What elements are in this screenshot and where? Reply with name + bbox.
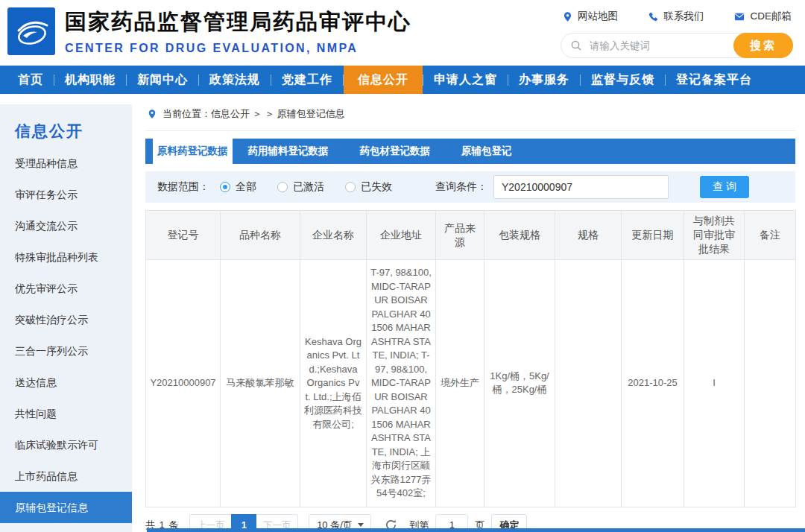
sidebar-item-breakthrough-therapy[interactable]: 突破性治疗公示 <box>0 304 132 335</box>
tab-packaging-registration-data[interactable]: 药包材登记数据 <box>344 139 446 164</box>
radio-circle-icon <box>220 182 230 192</box>
nav-item-supervision-feedback[interactable]: 监督与反馈 <box>581 66 665 94</box>
sidebar-item-communication[interactable]: 沟通交流公示 <box>0 210 132 241</box>
radio-circle-icon <box>345 182 356 192</box>
main-area: 信息公开 受理品种信息 审评任务公示 沟通交流公示 特殊审批品种列表 优先审评公… <box>0 94 805 532</box>
query-button[interactable]: 查 询 <box>700 176 749 198</box>
nav-item-policies[interactable]: 政策法规 <box>199 66 271 94</box>
scope-radio-group: 全部 已激活 已失效 <box>220 180 392 194</box>
sidebar-item-priority-review[interactable]: 优先审评公示 <box>0 273 132 304</box>
cell-product-name: 马来酸氯苯那敏 <box>221 260 300 507</box>
link-contact-us[interactable]: 联系我们 <box>648 10 704 23</box>
nav-item-home[interactable]: 首页 <box>7 66 54 94</box>
cell-package-spec: 1Kg/桶，5Kg/桶，25Kg/桶 <box>484 260 555 507</box>
tab-bar: 原料药登记数据 药用辅料登记数据 药包材登记数据 原辅包登记 <box>145 139 795 164</box>
radio-circle-icon <box>277 182 288 192</box>
tab-excipient-registration-data[interactable]: 药用辅料登记数据 <box>233 139 344 164</box>
tab-raw-aux-pack-registration[interactable]: 原辅包登记 <box>446 139 528 164</box>
registration-table: 登记号 品种名称 企业名称 企业地址 产品来源 包装规格 规格 更新日期 与制剂… <box>145 210 796 507</box>
quick-link-label: CDE邮箱 <box>750 10 792 23</box>
quick-link-label: 网站地图 <box>578 10 618 23</box>
col-update-date: 更新日期 <box>622 211 684 260</box>
nav-item-functions[interactable]: 机构职能 <box>54 66 126 94</box>
col-remark: 备注 <box>745 211 796 260</box>
radio-label: 已激活 <box>293 180 324 194</box>
cell-joint-review-result: I <box>684 260 745 507</box>
sidebar-item-marketed-drugs[interactable]: 上市药品信息 <box>0 460 132 492</box>
cde-website-page: 国家药品监督管理局药品审评中心 CENTER FOR DRUG EVALUATI… <box>0 0 805 532</box>
col-joint-review-result: 与制剂共同审批审批结果 <box>684 211 745 260</box>
caret-down-icon <box>358 523 364 527</box>
site-title-en: CENTER FOR DRUG EVALUATION, NMPA <box>65 42 411 55</box>
radio-label: 全部 <box>236 180 256 194</box>
nav-item-services[interactable]: 办事服务 <box>508 66 580 94</box>
filter-bar: 数据范围： 全部 已激活 已失效 查询条件： <box>145 171 795 203</box>
link-site-map[interactable]: 网站地图 <box>562 10 618 23</box>
sidebar-item-delivery-info[interactable]: 送达信息 <box>0 367 132 398</box>
col-package-spec: 包装规格 <box>484 211 555 260</box>
main-nav: 首页 机构职能 新闻中心 政策法规 党建工作 信息公开 申请人之窗 办事服务 监… <box>0 66 805 94</box>
cde-logo-icon <box>7 7 55 55</box>
col-reg-no: 登记号 <box>146 211 221 260</box>
query-condition-input[interactable] <box>493 175 669 199</box>
link-cde-mail[interactable]: CDE邮箱 <box>733 10 792 23</box>
col-company-address: 企业地址 <box>367 211 436 260</box>
search-icon <box>570 39 582 51</box>
cell-company-address: T-97, 98&100, MIDC-TARAPUR BOISAR PALGHA… <box>367 260 436 507</box>
site-search: 搜索 <box>561 33 793 58</box>
sidebar-item-review-tasks[interactable]: 审评任务公示 <box>0 179 132 210</box>
sidebar-title: 信息公开 <box>0 104 132 148</box>
scope-label: 数据范围： <box>157 180 209 194</box>
col-product-source: 产品来源 <box>436 211 484 260</box>
col-spec: 规格 <box>555 211 622 260</box>
quick-links: 网站地图 联系我们 CDE邮箱 <box>561 10 793 23</box>
sidebar: 信息公开 受理品种信息 审评任务公示 沟通交流公示 特殊审批品种列表 优先审评公… <box>0 104 132 532</box>
tab-api-registration-data[interactable]: 原料药登记数据 <box>153 139 233 164</box>
sidebar-item-special-approval-list[interactable]: 特殊审批品种列表 <box>0 241 132 273</box>
table-row: Y20210000907 马来酸氯苯那敏 Keshava Organics Pv… <box>146 260 796 507</box>
nav-item-info-disclosure[interactable]: 信息公开 <box>344 66 423 94</box>
breadcrumb-text: 当前位置：信息公开 ＞ ＞ 原辅包登记信息 <box>162 107 345 121</box>
table-header-row: 登记号 品种名称 企业名称 企业地址 产品来源 包装规格 规格 更新日期 与制剂… <box>146 211 796 260</box>
site-search-button[interactable]: 搜索 <box>733 33 793 58</box>
header-right: 网站地图 联系我们 CDE邮箱 <box>561 0 793 58</box>
col-company-name: 企业名称 <box>300 211 367 260</box>
radio-all[interactable]: 全部 <box>220 180 256 194</box>
cell-product-source: 境外生产 <box>436 260 484 507</box>
quick-link-label: 联系我们 <box>663 10 704 23</box>
sidebar-item-clinical-trial-license[interactable]: 临床试验默示许可 <box>0 429 132 460</box>
radio-activated[interactable]: 已激活 <box>277 180 324 194</box>
envelope-icon <box>733 11 745 22</box>
cell-reg-no: Y20210000907 <box>146 260 221 507</box>
radio-label: 已失效 <box>361 180 392 194</box>
location-pin-icon <box>147 109 157 119</box>
brand: 国家药品监督管理局药品审评中心 CENTER FOR DRUG EVALUATI… <box>0 0 411 55</box>
sidebar-item-accepted-products[interactable]: 受理品种信息 <box>0 148 132 179</box>
breadcrumb: 当前位置：信息公开 ＞ ＞ 原辅包登记信息 <box>145 94 795 131</box>
site-header: 国家药品监督管理局药品审评中心 CENTER FOR DRUG EVALUATI… <box>0 0 805 66</box>
site-titles: 国家药品监督管理局药品审评中心 CENTER FOR DRUG EVALUATI… <box>65 7 411 55</box>
col-product-name: 品种名称 <box>221 211 300 260</box>
nav-item-party-building[interactable]: 党建工作 <box>271 66 343 94</box>
sidebar-item-common-issues[interactable]: 共性问题 <box>0 398 132 429</box>
nav-item-news[interactable]: 新闻中心 <box>127 66 198 94</box>
sidebar-item-raw-aux-pack-registration[interactable]: 原辅包登记信息 <box>0 492 132 523</box>
site-title-cn: 国家药品监督管理局药品审评中心 <box>65 7 411 37</box>
nav-item-registration-platform[interactable]: 登记备案平台 <box>666 66 763 94</box>
footer-top-border <box>147 528 805 532</box>
radio-expired[interactable]: 已失效 <box>345 180 392 194</box>
cell-company-name: Keshava Organics Pvt. Ltd.;Keshava Organ… <box>300 260 367 507</box>
location-pin-icon <box>562 11 573 22</box>
sidebar-item-three-in-one[interactable]: 三合一序列公示 <box>0 335 132 367</box>
phone-icon <box>648 11 659 22</box>
cell-spec <box>555 260 622 507</box>
nav-item-applicant-window[interactable]: 申请人之窗 <box>423 66 508 94</box>
cell-remark <box>745 260 796 507</box>
query-label: 查询条件： <box>435 180 487 194</box>
content: 当前位置：信息公开 ＞ ＞ 原辅包登记信息 原料药登记数据 药用辅料登记数据 药… <box>145 94 795 532</box>
cell-update-date: 2021-10-25 <box>622 260 684 507</box>
